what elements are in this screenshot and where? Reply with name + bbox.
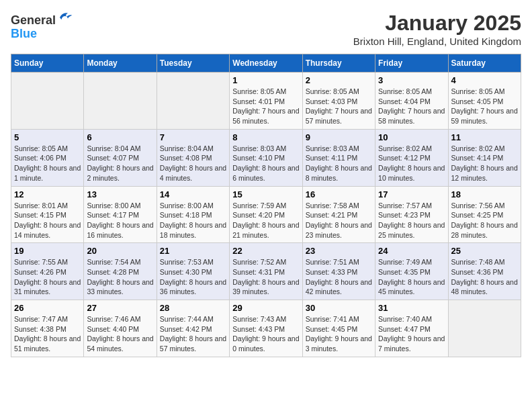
day-info: Sunrise: 8:05 AM Sunset: 4:05 PM Dayligh…	[451, 87, 518, 126]
calendar-week-row: 19Sunrise: 7:55 AM Sunset: 4:26 PM Dayli…	[11, 243, 521, 300]
logo: General Blue	[11, 11, 73, 41]
calendar-week-row: 1Sunrise: 8:05 AM Sunset: 4:01 PM Daylig…	[11, 73, 521, 130]
day-info: Sunrise: 8:04 AM Sunset: 4:07 PM Dayligh…	[87, 144, 153, 183]
day-info: Sunrise: 8:05 AM Sunset: 4:01 PM Dayligh…	[232, 87, 299, 126]
day-info: Sunrise: 7:48 AM Sunset: 4:36 PM Dayligh…	[451, 257, 518, 297]
day-info: Sunrise: 8:04 AM Sunset: 4:08 PM Dayligh…	[160, 144, 226, 183]
day-number: 10	[378, 132, 445, 142]
page-subtitle: Brixton Hill, England, United Kingdom	[353, 36, 521, 47]
day-info: Sunrise: 7:58 AM Sunset: 4:21 PM Dayligh…	[306, 201, 372, 240]
day-number: 15	[232, 189, 299, 199]
day-number: 8	[232, 132, 299, 142]
calendar-cell: 28Sunrise: 7:44 AM Sunset: 4:42 PM Dayli…	[157, 300, 229, 357]
day-number: 23	[306, 246, 372, 256]
page-header: General Blue January 2025 Brixton Hill, …	[11, 11, 521, 47]
day-number: 30	[306, 303, 372, 313]
weekday-header-row: SundayMondayTuesdayWednesdayThursdayFrid…	[11, 54, 521, 73]
calendar-cell: 23Sunrise: 7:51 AM Sunset: 4:33 PM Dayli…	[302, 243, 375, 300]
calendar-cell	[84, 73, 157, 130]
calendar-cell: 30Sunrise: 7:41 AM Sunset: 4:45 PM Dayli…	[302, 300, 375, 357]
calendar-cell: 17Sunrise: 7:57 AM Sunset: 4:23 PM Dayli…	[375, 186, 448, 243]
day-number: 5	[14, 132, 81, 142]
calendar-cell	[448, 300, 521, 357]
calendar-week-row: 5Sunrise: 8:05 AM Sunset: 4:06 PM Daylig…	[11, 129, 521, 186]
day-number: 6	[87, 132, 153, 142]
day-number: 7	[160, 132, 226, 142]
calendar-cell: 25Sunrise: 7:48 AM Sunset: 4:36 PM Dayli…	[448, 243, 521, 300]
day-number: 1	[232, 75, 299, 85]
day-number: 17	[378, 189, 445, 199]
calendar-cell: 11Sunrise: 8:02 AM Sunset: 4:14 PM Dayli…	[448, 129, 521, 186]
day-info: Sunrise: 7:47 AM Sunset: 4:38 PM Dayligh…	[14, 314, 81, 354]
day-number: 20	[87, 246, 153, 256]
calendar-cell: 24Sunrise: 7:49 AM Sunset: 4:35 PM Dayli…	[375, 243, 448, 300]
calendar-cell: 29Sunrise: 7:43 AM Sunset: 4:43 PM Dayli…	[230, 300, 302, 357]
calendar-cell: 22Sunrise: 7:52 AM Sunset: 4:31 PM Dayli…	[230, 243, 302, 300]
day-number: 27	[87, 303, 153, 313]
day-info: Sunrise: 7:51 AM Sunset: 4:33 PM Dayligh…	[306, 257, 372, 297]
calendar-cell: 1Sunrise: 8:05 AM Sunset: 4:01 PM Daylig…	[230, 73, 302, 130]
day-info: Sunrise: 7:46 AM Sunset: 4:40 PM Dayligh…	[87, 314, 153, 354]
calendar-cell	[157, 73, 229, 130]
weekday-header-sunday: Sunday	[11, 54, 84, 73]
day-number: 29	[232, 303, 299, 313]
calendar-table: SundayMondayTuesdayWednesdayThursdayFrid…	[11, 54, 521, 357]
day-info: Sunrise: 7:56 AM Sunset: 4:25 PM Dayligh…	[451, 201, 518, 240]
day-info: Sunrise: 8:05 AM Sunset: 4:03 PM Dayligh…	[306, 87, 372, 126]
calendar-cell: 27Sunrise: 7:46 AM Sunset: 4:40 PM Dayli…	[84, 300, 157, 357]
weekday-header-thursday: Thursday	[302, 54, 375, 73]
page-title: January 2025	[353, 11, 521, 36]
calendar-cell: 18Sunrise: 7:56 AM Sunset: 4:25 PM Dayli…	[448, 186, 521, 243]
day-info: Sunrise: 8:03 AM Sunset: 4:11 PM Dayligh…	[306, 144, 372, 183]
calendar-cell: 2Sunrise: 8:05 AM Sunset: 4:03 PM Daylig…	[302, 73, 375, 130]
weekday-header-friday: Friday	[375, 54, 448, 73]
calendar-cell: 19Sunrise: 7:55 AM Sunset: 4:26 PM Dayli…	[11, 243, 84, 300]
calendar-cell: 12Sunrise: 8:01 AM Sunset: 4:15 PM Dayli…	[11, 186, 84, 243]
day-info: Sunrise: 7:43 AM Sunset: 4:43 PM Dayligh…	[232, 314, 299, 354]
day-number: 11	[451, 132, 518, 142]
day-info: Sunrise: 7:54 AM Sunset: 4:28 PM Dayligh…	[87, 257, 153, 297]
day-number: 2	[306, 75, 372, 85]
day-number: 12	[14, 189, 81, 199]
day-info: Sunrise: 7:53 AM Sunset: 4:30 PM Dayligh…	[160, 257, 226, 297]
day-number: 9	[306, 132, 372, 142]
day-number: 4	[451, 75, 518, 85]
calendar-cell: 5Sunrise: 8:05 AM Sunset: 4:06 PM Daylig…	[11, 129, 84, 186]
calendar-cell: 7Sunrise: 8:04 AM Sunset: 4:08 PM Daylig…	[157, 129, 229, 186]
calendar-cell: 9Sunrise: 8:03 AM Sunset: 4:11 PM Daylig…	[302, 129, 375, 186]
calendar-cell: 16Sunrise: 7:58 AM Sunset: 4:21 PM Dayli…	[302, 186, 375, 243]
day-info: Sunrise: 8:05 AM Sunset: 4:06 PM Dayligh…	[14, 144, 81, 183]
day-number: 26	[14, 303, 81, 313]
day-number: 16	[306, 189, 372, 199]
calendar-cell: 13Sunrise: 8:00 AM Sunset: 4:17 PM Dayli…	[84, 186, 157, 243]
day-info: Sunrise: 7:59 AM Sunset: 4:20 PM Dayligh…	[232, 201, 299, 240]
day-number: 28	[160, 303, 226, 313]
weekday-header-wednesday: Wednesday	[230, 54, 302, 73]
day-info: Sunrise: 8:01 AM Sunset: 4:15 PM Dayligh…	[14, 201, 81, 240]
day-number: 18	[451, 189, 518, 199]
day-info: Sunrise: 7:52 AM Sunset: 4:31 PM Dayligh…	[232, 257, 299, 297]
day-info: Sunrise: 7:49 AM Sunset: 4:35 PM Dayligh…	[378, 257, 445, 297]
day-number: 14	[160, 189, 226, 199]
logo-bird-icon	[57, 11, 73, 24]
title-block: January 2025 Brixton Hill, England, Unit…	[353, 11, 521, 47]
calendar-week-row: 12Sunrise: 8:01 AM Sunset: 4:15 PM Dayli…	[11, 186, 521, 243]
calendar-week-row: 26Sunrise: 7:47 AM Sunset: 4:38 PM Dayli…	[11, 300, 521, 357]
day-info: Sunrise: 7:57 AM Sunset: 4:23 PM Dayligh…	[378, 201, 445, 240]
day-number: 3	[378, 75, 445, 85]
day-number: 22	[232, 246, 299, 256]
weekday-header-saturday: Saturday	[448, 54, 521, 73]
calendar-cell: 14Sunrise: 8:00 AM Sunset: 4:18 PM Dayli…	[157, 186, 229, 243]
day-info: Sunrise: 8:03 AM Sunset: 4:10 PM Dayligh…	[232, 144, 299, 183]
calendar-cell: 15Sunrise: 7:59 AM Sunset: 4:20 PM Dayli…	[230, 186, 302, 243]
day-info: Sunrise: 7:44 AM Sunset: 4:42 PM Dayligh…	[160, 314, 226, 354]
calendar-cell: 26Sunrise: 7:47 AM Sunset: 4:38 PM Dayli…	[11, 300, 84, 357]
day-info: Sunrise: 8:02 AM Sunset: 4:12 PM Dayligh…	[378, 144, 445, 183]
logo-blue-text: Blue	[11, 27, 37, 40]
day-number: 24	[378, 246, 445, 256]
day-info: Sunrise: 8:00 AM Sunset: 4:18 PM Dayligh…	[160, 201, 226, 240]
calendar-cell: 20Sunrise: 7:54 AM Sunset: 4:28 PM Dayli…	[84, 243, 157, 300]
calendar-cell: 31Sunrise: 7:40 AM Sunset: 4:47 PM Dayli…	[375, 300, 448, 357]
day-info: Sunrise: 8:05 AM Sunset: 4:04 PM Dayligh…	[378, 87, 445, 126]
calendar-cell: 3Sunrise: 8:05 AM Sunset: 4:04 PM Daylig…	[375, 73, 448, 130]
